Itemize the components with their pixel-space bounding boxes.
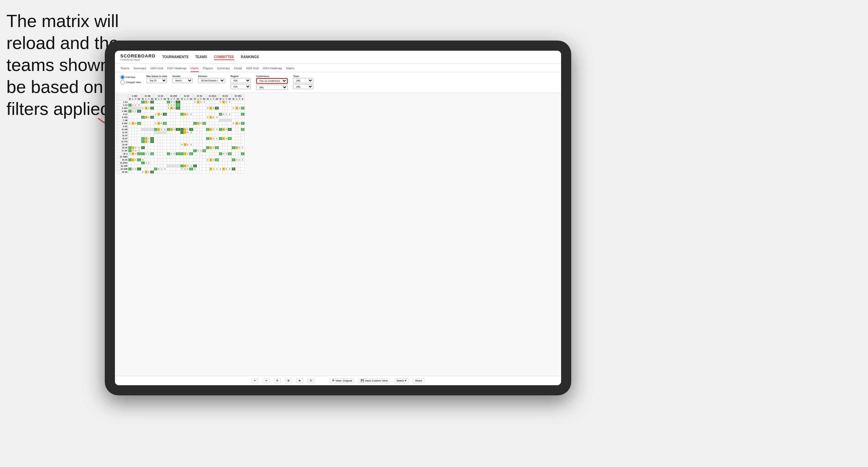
- matrix-cell: [206, 110, 210, 113]
- matrix-cell: [128, 116, 132, 119]
- matrix-cell: [163, 116, 167, 119]
- table-row: 15. UF0100: [117, 143, 245, 146]
- compact-view-option[interactable]: Compact View: [120, 80, 141, 84]
- view-original-button[interactable]: 👁 View: Original: [330, 378, 354, 383]
- matrix-cell: 15: [163, 122, 167, 125]
- region-select2[interactable]: N/A: [231, 84, 251, 89]
- settings-button[interactable]: ⚙: [285, 378, 292, 383]
- subtab-players[interactable]: Players: [203, 65, 213, 72]
- gender-select[interactable]: Men's: [172, 78, 193, 83]
- matrix-cell: [131, 162, 134, 165]
- matrix-cell: [173, 162, 175, 165]
- matrix-cell: 27: [175, 101, 180, 104]
- subtab-detail[interactable]: Detail: [234, 65, 242, 72]
- subtab-h2hgrid2[interactable]: H2H Grid: [246, 65, 259, 72]
- share-button[interactable]: Share: [413, 378, 425, 383]
- subtab-teams[interactable]: Teams: [120, 65, 129, 72]
- matrix-cell: 1: [158, 122, 160, 125]
- compact-view-radio[interactable]: [120, 80, 125, 84]
- matrix-cell: [150, 125, 154, 128]
- matrix-cell: 0: [186, 143, 189, 146]
- subtab-matrix2[interactable]: Matrix: [286, 65, 294, 72]
- matrix-cell: [147, 125, 150, 128]
- save-custom-button[interactable]: 💾 Save Custom View: [358, 378, 390, 383]
- matrix-cell: 0: [199, 122, 202, 125]
- zoom-button[interactable]: ⊕: [296, 378, 303, 383]
- matrix-cell: [232, 110, 235, 113]
- subtab-matrix[interactable]: Matrix: [191, 65, 199, 72]
- subtab-h2hheatmap[interactable]: H2H Heatmap: [167, 65, 187, 72]
- matrix-cell: 5: [170, 107, 173, 110]
- matrix-cell: [227, 158, 232, 162]
- matrix-cell: [141, 119, 145, 122]
- matrix-cell: 1: [167, 128, 170, 131]
- matrix-cell: 1: [184, 143, 186, 146]
- matrix-cell: [147, 143, 150, 146]
- full-view-radio[interactable]: [120, 75, 125, 79]
- timer-button[interactable]: ⏱: [307, 378, 315, 383]
- conference-select[interactable]: Pac-12 Conference: [256, 78, 288, 84]
- matrix-cell: [210, 140, 212, 143]
- matrix-cell: [215, 134, 219, 137]
- matrix-cell: [186, 155, 189, 158]
- matrix-cell: [227, 119, 232, 122]
- matrix-cell: 1: [158, 113, 160, 116]
- watch-button[interactable]: Watch ▾: [394, 378, 409, 383]
- refresh-button[interactable]: ⟳: [274, 378, 281, 383]
- team-select[interactable]: (All): [293, 78, 313, 83]
- matrix-cell: [197, 143, 199, 146]
- nav-committee[interactable]: COMMITTEE: [214, 54, 234, 60]
- table-row: 10. UW130013032410732100120534: [117, 128, 245, 131]
- matrix-cell: [150, 162, 154, 165]
- matrix-cell: [235, 149, 238, 152]
- nav-tournaments[interactable]: TOURNAMENTS: [162, 54, 189, 60]
- matrix-cell: 0: [131, 104, 134, 107]
- max-teams-select[interactable]: Top 25: [146, 78, 167, 83]
- matrix-cell: [170, 110, 173, 113]
- matrix-cell: [134, 140, 137, 143]
- matrix-cell: [167, 137, 170, 140]
- matrix-area[interactable]: 3. ASU 10. UW 11. UA 22. UCB 24. UO 27. …: [115, 93, 561, 376]
- matrix-cell: [145, 155, 147, 158]
- matrix-cell: [241, 125, 244, 128]
- matrix-cell: 0: [206, 116, 210, 119]
- matrix-cell: [225, 116, 227, 119]
- full-view-option[interactable]: Full View: [120, 75, 141, 79]
- matrix-cell: [163, 162, 167, 165]
- nav-teams[interactable]: TEAMS: [195, 54, 207, 60]
- table-row: 22. UCB140012: [117, 165, 245, 168]
- matrix-cell: [232, 113, 235, 116]
- subtab-summary2[interactable]: Summary: [217, 65, 230, 72]
- matrix-cell: [227, 125, 232, 128]
- region-select[interactable]: N/A: [231, 78, 251, 83]
- matrix-cell: 0: [134, 158, 137, 162]
- matrix-cell: 12: [193, 165, 197, 168]
- matrix-cell: [241, 137, 244, 140]
- matrix-cell: [219, 131, 222, 134]
- compact-view-label: Compact View: [126, 81, 141, 83]
- matrix-cell: [199, 104, 202, 107]
- undo-button[interactable]: ↩: [251, 378, 259, 383]
- matrix-cell: [238, 152, 241, 155]
- redo-button[interactable]: ↪: [263, 378, 270, 383]
- matrix-cell: 0: [222, 152, 225, 155]
- matrix-cell: [215, 152, 219, 155]
- matrix-cell: [212, 131, 215, 134]
- nav-rankings[interactable]: RANKINGS: [241, 54, 259, 60]
- matrix-cell: [241, 149, 244, 152]
- matrix-cell: 11: [241, 107, 244, 110]
- subtab-h2hgrid[interactable]: H2H Grid: [150, 65, 163, 72]
- matrix-cell: [222, 165, 225, 168]
- matrix-cell: [131, 107, 134, 110]
- matrix-cell: [147, 122, 150, 125]
- matrix-cell: [175, 158, 180, 162]
- division-select[interactable]: NCAA Division I: [198, 78, 225, 83]
- subtab-summary[interactable]: Summary: [134, 65, 147, 72]
- table-row: 21. ETSU100: [117, 162, 245, 165]
- team-select2[interactable]: (All): [293, 84, 313, 89]
- subtab-h2hheatmap2[interactable]: H2H Heatmap: [263, 65, 282, 72]
- matrix-cell: [197, 131, 199, 134]
- conference-select2[interactable]: (All): [256, 85, 288, 90]
- matrix-cell: [167, 155, 170, 158]
- matrix-cell: 2: [145, 171, 147, 174]
